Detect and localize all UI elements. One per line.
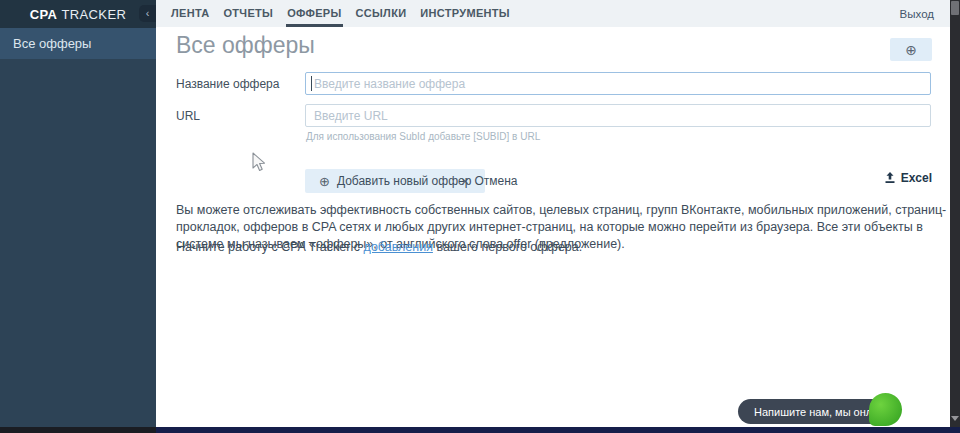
url-label: URL bbox=[176, 109, 200, 123]
offer-name-input[interactable] bbox=[305, 72, 931, 95]
plus-circle-icon: ⊕ bbox=[905, 43, 917, 57]
sidebar-header: CPATRACKER ‹ bbox=[0, 0, 156, 28]
submit-label: Добавить новый оффер bbox=[337, 174, 471, 188]
tab-label: ОФФЕРЫ bbox=[287, 7, 341, 19]
logo-rest: TRACKER bbox=[61, 7, 126, 22]
sidebar-item-label: Все офферы bbox=[13, 36, 91, 51]
browser-scrollbar bbox=[950, 0, 960, 427]
add-offer-link[interactable]: добавления bbox=[364, 240, 433, 254]
page-title: Все офферы bbox=[176, 32, 315, 59]
excel-export-button[interactable]: Excel bbox=[884, 171, 932, 185]
chevron-left-icon: ‹ bbox=[146, 7, 150, 19]
logout-link[interactable]: Выход bbox=[900, 8, 934, 20]
close-icon: ✕ bbox=[461, 176, 469, 187]
upload-icon bbox=[884, 172, 896, 184]
tab-ssylki[interactable]: ССЫЛКИ bbox=[355, 0, 408, 27]
window-bottom-edge-left bbox=[0, 427, 156, 433]
scrollbar-thumb[interactable] bbox=[951, 1, 959, 15]
tab-offery[interactable]: ОФФЕРЫ bbox=[286, 0, 342, 27]
tab-label: ЛЕНТА bbox=[171, 7, 209, 19]
tab-otchety[interactable]: ОТЧЕТЫ bbox=[222, 0, 274, 27]
main-area: ЛЕНТА ОТЧЕТЫ ОФФЕРЫ ССЫЛКИ ИНСТРУМЕНТЫ В… bbox=[156, 0, 950, 427]
scrollbar-down-arrow-icon[interactable] bbox=[951, 416, 959, 421]
text-caret bbox=[311, 76, 312, 91]
mouse-cursor bbox=[252, 152, 267, 173]
sidebar: CPATRACKER ‹ Все офферы bbox=[0, 0, 156, 427]
tab-lenta[interactable]: ЛЕНТА bbox=[170, 0, 210, 27]
excel-label: Excel bbox=[901, 171, 932, 185]
tab-instrumenty[interactable]: ИНСТРУМЕНТЫ bbox=[419, 0, 511, 27]
url-input[interactable] bbox=[305, 104, 931, 127]
top-navigation: ЛЕНТА ОТЧЕТЫ ОФФЕРЫ ССЫЛКИ ИНСТРУМЕНТЫ В… bbox=[156, 0, 950, 27]
sidebar-item-all-offers[interactable]: Все офферы bbox=[0, 28, 156, 59]
offer-name-label: Название оффера bbox=[176, 77, 279, 91]
tab-label: ОТЧЕТЫ bbox=[223, 7, 273, 19]
chat-widget[interactable]: Напишите нам, мы онлайн! jivo bbox=[738, 399, 890, 424]
start-prefix: Начните работу с CPA Tracker с bbox=[176, 240, 364, 254]
subid-hint: Для использования SubId добавьте [SUBID]… bbox=[306, 131, 540, 142]
sidebar-collapse-button[interactable]: ‹ bbox=[139, 5, 156, 22]
start-suffix: вашего первого оффера. bbox=[433, 240, 582, 254]
app-logo: CPATRACKER bbox=[30, 7, 127, 22]
tab-label: ИНСТРУМЕНТЫ bbox=[420, 7, 510, 19]
chat-green-leaf-icon[interactable] bbox=[869, 393, 902, 426]
plus-circle-icon: ⊕ bbox=[319, 174, 330, 189]
logo-bold: CPA bbox=[30, 7, 58, 22]
jivo-logo: jivo bbox=[905, 405, 927, 419]
tab-label: ССЫЛКИ bbox=[356, 7, 407, 19]
cancel-button[interactable]: ✕ Отмена bbox=[455, 169, 523, 193]
cancel-label: Отмена bbox=[474, 174, 517, 188]
add-offer-button[interactable]: ⊕ bbox=[890, 38, 932, 61]
getting-started-line: Начните работу с CPA Tracker с добавлени… bbox=[176, 240, 582, 254]
